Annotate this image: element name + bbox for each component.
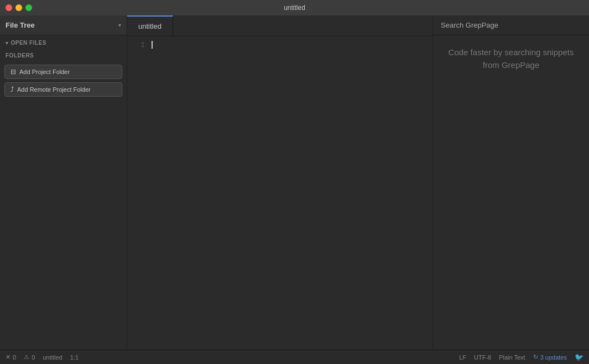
error-count: ✕ 0 — [6, 354, 16, 361]
right-panel-content: Code faster by searching snippets from G… — [433, 35, 589, 82]
updates-count: 3 updates — [540, 354, 567, 361]
cursor-line — [152, 41, 430, 49]
add-project-folder-button[interactable]: ⊟ Add Project Folder — [4, 65, 122, 79]
chevron-icon: ▾ — [6, 40, 9, 46]
status-bar: ✕ 0 ⚠ 0 untitled 1:1 LF UTF-8 Plain Text… — [0, 350, 589, 364]
warning-icon: ⚠ — [24, 354, 29, 361]
add-remote-project-folder-button[interactable]: ⤴ Add Remote Project Folder — [4, 82, 122, 97]
text-cursor — [152, 41, 153, 49]
tab-label: untitled — [138, 22, 161, 30]
folders-label: Folders — [0, 48, 127, 63]
editor-input[interactable] — [149, 36, 432, 350]
language-value: Plain Text — [499, 354, 525, 361]
encoding-status[interactable]: UTF-8 — [474, 354, 491, 361]
folder-icon: ⊟ — [11, 68, 16, 76]
close-button[interactable] — [6, 4, 12, 11]
line-numbers: 1 — [127, 36, 149, 350]
tabs-bar: untitled — [127, 15, 432, 36]
right-panel-title: Search GrepPage — [441, 21, 498, 29]
add-project-folder-label: Add Project Folder — [19, 68, 70, 75]
sidebar-header: File Tree ▾ — [0, 15, 127, 35]
tab-untitled[interactable]: untitled — [127, 15, 173, 36]
twitter-icon: 🐦 — [575, 353, 583, 361]
right-panel-header: Search GrepPage — [433, 15, 589, 35]
twitter-link[interactable]: 🐦 — [575, 353, 583, 361]
encoding-value: UTF-8 — [474, 354, 491, 361]
title-bar: untitled — [0, 0, 589, 15]
open-files-label: Open Files — [11, 40, 46, 46]
filename-status[interactable]: untitled — [43, 354, 62, 361]
position-status[interactable]: 1:1 — [70, 354, 79, 361]
position-value: 1:1 — [70, 354, 79, 361]
window-controls — [6, 4, 32, 11]
warning-value: 0 — [32, 354, 35, 361]
maximize-button[interactable] — [25, 4, 32, 11]
promo-text: Code faster by searching snippets from G… — [441, 46, 581, 71]
error-value: 0 — [13, 354, 16, 361]
update-icon: ↻ — [533, 354, 538, 361]
chevron-down-icon[interactable]: ▾ — [118, 22, 121, 28]
open-files-section: ▾ Open Files — [0, 35, 127, 48]
add-remote-project-folder-label: Add Remote Project Folder — [17, 86, 91, 93]
window-title: untitled — [284, 4, 305, 12]
cloud-icon: ⤴ — [11, 86, 14, 93]
warning-count: ⚠ 0 — [24, 354, 35, 361]
updates-status[interactable]: ↻ 3 updates — [533, 354, 567, 361]
minimize-button[interactable] — [15, 4, 22, 11]
main-layout: File Tree ▾ ▾ Open Files Folders ⊟ Add P… — [0, 15, 589, 350]
line-ending-value: LF — [459, 354, 466, 361]
line-number-1: 1 — [127, 41, 145, 49]
sidebar-title: File Tree — [6, 21, 118, 29]
sidebar: File Tree ▾ ▾ Open Files Folders ⊟ Add P… — [0, 15, 127, 350]
editor-content: 1 — [127, 36, 432, 350]
filename-label: untitled — [43, 354, 62, 361]
right-panel: Search GrepPage Code faster by searching… — [433, 15, 589, 350]
error-icon: ✕ — [6, 354, 11, 361]
editor-area: untitled 1 — [127, 15, 433, 350]
line-ending-status[interactable]: LF — [459, 354, 466, 361]
language-status[interactable]: Plain Text — [499, 354, 525, 361]
